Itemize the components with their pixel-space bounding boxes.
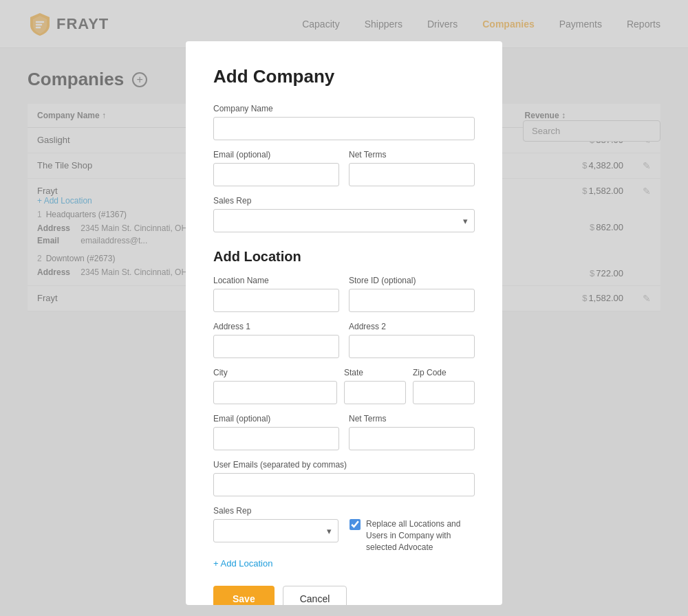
location-sales-rep-select[interactable] bbox=[213, 519, 338, 542]
location-email-group: Email (optional) bbox=[213, 414, 339, 450]
sales-rep-group: Sales Rep bbox=[213, 196, 475, 232]
cancel-button[interactable]: Cancel bbox=[283, 586, 347, 605]
net-terms-input[interactable] bbox=[349, 163, 475, 186]
net-terms-label: Net Terms bbox=[349, 150, 475, 160]
sales-rep-label: Sales Rep bbox=[213, 196, 475, 206]
zip-input[interactable] bbox=[413, 381, 475, 404]
city-group: City bbox=[213, 368, 337, 404]
store-id-group: Store ID (optional) bbox=[349, 276, 475, 312]
save-button[interactable]: Save bbox=[213, 586, 275, 605]
city-label: City bbox=[213, 368, 337, 377]
location-sales-rep-group: Sales Rep bbox=[213, 506, 338, 542]
replace-locations-checkbox[interactable] bbox=[350, 519, 361, 530]
user-emails-input[interactable] bbox=[213, 473, 475, 496]
location-net-terms-group: Net Terms bbox=[349, 414, 475, 450]
user-emails-label: User Emails (separated by commas) bbox=[213, 460, 475, 470]
address2-group: Address 2 bbox=[349, 322, 475, 358]
state-input[interactable] bbox=[344, 381, 406, 404]
location-name-storeid-row: Location Name Store ID (optional) bbox=[213, 276, 475, 322]
replace-locations-checkbox-group: Replace all Locations and Users in Compa… bbox=[350, 518, 475, 553]
section-title: Add Location bbox=[213, 249, 475, 265]
sales-rep-select-wrapper bbox=[213, 209, 475, 232]
state-label: State bbox=[344, 368, 406, 377]
add-company-modal: Add Company Company Name Email (optional… bbox=[186, 41, 502, 605]
email-input[interactable] bbox=[213, 163, 339, 186]
company-name-label: Company Name bbox=[213, 104, 475, 113]
email-netterms-row: Email (optional) Net Terms bbox=[213, 150, 475, 196]
address1-input[interactable] bbox=[213, 335, 339, 358]
address1-label: Address 1 bbox=[213, 322, 339, 331]
location-name-input[interactable] bbox=[213, 289, 339, 312]
add-location-link[interactable]: + Add Location bbox=[213, 558, 272, 569]
state-group: State bbox=[344, 368, 406, 404]
city-state-zip-row: City State Zip Code bbox=[213, 368, 475, 414]
sales-rep-select[interactable] bbox=[213, 209, 475, 232]
company-name-input[interactable] bbox=[213, 117, 475, 140]
location-sales-rep-select-wrapper bbox=[213, 519, 338, 542]
location-name-label: Location Name bbox=[213, 276, 339, 285]
city-input[interactable] bbox=[213, 381, 337, 404]
modal-overlay: Add Company Company Name Email (optional… bbox=[0, 0, 688, 616]
location-email-input[interactable] bbox=[213, 427, 339, 450]
location-net-terms-label: Net Terms bbox=[349, 414, 475, 424]
sales-rep-checkbox-row: Sales Rep Replace all Locations and User… bbox=[213, 506, 475, 553]
address2-label: Address 2 bbox=[349, 322, 475, 331]
modal-title: Add Company bbox=[213, 66, 475, 87]
store-id-input[interactable] bbox=[349, 289, 475, 312]
email-label: Email (optional) bbox=[213, 150, 339, 160]
net-terms-group: Net Terms bbox=[349, 150, 475, 186]
location-name-group: Location Name bbox=[213, 276, 339, 312]
location-net-terms-input[interactable] bbox=[349, 427, 475, 450]
store-id-label: Store ID (optional) bbox=[349, 276, 475, 285]
zip-label: Zip Code bbox=[413, 368, 475, 377]
modal-footer: Save Cancel bbox=[213, 586, 475, 605]
address1-group: Address 1 bbox=[213, 322, 339, 358]
email-group: Email (optional) bbox=[213, 150, 339, 186]
replace-locations-label: Replace all Locations and Users in Compa… bbox=[366, 518, 475, 553]
location-sales-rep-label: Sales Rep bbox=[213, 506, 338, 516]
address-row: Address 1 Address 2 bbox=[213, 322, 475, 368]
user-emails-group: User Emails (separated by commas) bbox=[213, 460, 475, 496]
address2-input[interactable] bbox=[349, 335, 475, 358]
location-email-netterms-row: Email (optional) Net Terms bbox=[213, 414, 475, 460]
location-email-label: Email (optional) bbox=[213, 414, 339, 424]
company-name-group: Company Name bbox=[213, 104, 475, 140]
zip-group: Zip Code bbox=[413, 368, 475, 404]
